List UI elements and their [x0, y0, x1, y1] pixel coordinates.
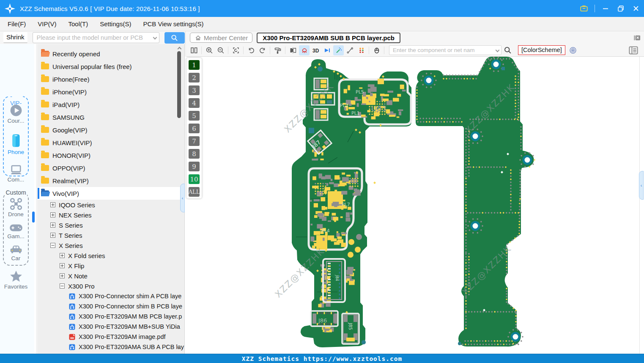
refresh-selection-icon[interactable] — [230, 45, 241, 55]
close-panel-icon[interactable] — [633, 34, 641, 41]
layer-button-9[interactable]: 9 — [189, 162, 200, 171]
tree-folder-row[interactable]: X Note — [38, 271, 184, 281]
sidebar-item-car[interactable]: Car — [3, 244, 29, 261]
menu-tool[interactable]: Tool(T) — [69, 20, 88, 28]
tree-file-row[interactable]: X300 Pro-ET3209AM MB PCB layer.p — [38, 311, 184, 322]
tree-folder-row[interactable]: HUAWEI(VIP) — [38, 136, 184, 149]
restore-icon[interactable] — [616, 4, 625, 13]
tree-folder-row[interactable]: iPad(VIP) — [38, 98, 184, 111]
tree-file-row[interactable]: X300 Pro-ET3209AMA SUB A PCB lay — [38, 342, 184, 352]
shrink-button[interactable]: Shrink — [3, 32, 27, 43]
net-search-input[interactable] — [389, 45, 501, 55]
folder-open-blue-icon — [41, 190, 49, 196]
tree-folder-row[interactable]: Vivo(VIP) — [38, 187, 184, 200]
sidebar-item-course[interactable]: Cour... — [3, 104, 29, 124]
zoom-in-icon[interactable] — [204, 45, 214, 55]
sidebar-item-drone[interactable]: Drone — [3, 198, 29, 217]
model-search-input[interactable] — [33, 32, 159, 43]
right-panel-collapse-handle[interactable]: ‹ — [639, 171, 644, 200]
member-center-button[interactable]: Member Center — [190, 33, 252, 43]
lamp-icon[interactable] — [299, 45, 310, 55]
tree-folder-row[interactable]: iPhone(Free) — [38, 73, 184, 85]
layer-button-1[interactable]: 1 — [189, 60, 200, 70]
paint-roller-icon[interactable] — [272, 45, 283, 55]
split-view-icon[interactable] — [189, 45, 199, 55]
tree-folder-row[interactable]: SAMSUNG — [38, 111, 184, 124]
pcb-canvas[interactable]: XZZ@XZZHK XZZ@XZZHK XZZ@XZZHK XZZ@XZZHK … — [185, 57, 644, 354]
tree-folder-row[interactable]: OPPO(VIP) — [38, 162, 184, 174]
pcb-right-board[interactable] — [416, 57, 535, 346]
collapse-minus-icon[interactable] — [50, 243, 55, 248]
sidebar-item-phone[interactable]: Phone — [3, 134, 29, 155]
layer-button-4[interactable]: 4 — [189, 98, 200, 108]
panel-list-icon[interactable] — [628, 45, 639, 55]
magic-wand-icon[interactable] — [333, 45, 344, 55]
menu-vip[interactable]: VIP(V) — [38, 20, 56, 28]
eye-icon[interactable] — [568, 45, 578, 55]
expand-plus-icon[interactable] — [60, 273, 65, 278]
close-icon[interactable] — [631, 4, 641, 13]
menu-settings[interactable]: Settings(S) — [100, 20, 131, 28]
sidebar-item-computer[interactable]: Com... — [3, 165, 29, 183]
mouse-icon[interactable] — [371, 45, 382, 55]
tree-folder-row[interactable]: X Flip — [38, 261, 184, 271]
expand-plus-icon[interactable] — [50, 202, 55, 207]
rotate-left-icon[interactable] — [246, 45, 256, 55]
tree-folder-row[interactable]: Universal popular files (free) — [38, 60, 184, 73]
tree-item-label: X Series — [59, 242, 83, 249]
color-dots-icon[interactable] — [356, 45, 367, 55]
3d-icon[interactable]: 3D — [310, 45, 321, 55]
minimize-icon[interactable] — [601, 4, 610, 13]
search-button[interactable] — [164, 32, 185, 44]
tree-file-row[interactable]: X300 Pro-ET3209AM MB+SUB YiDia — [38, 322, 184, 332]
expand-plus-icon[interactable] — [50, 233, 55, 238]
expand-plus-icon[interactable] — [60, 263, 65, 268]
tree-folder-row[interactable]: IQOO Series — [38, 200, 184, 210]
briefcase-icon[interactable] — [579, 4, 589, 13]
tree-collapse-handle[interactable]: ‹ — [180, 184, 185, 212]
sidebar-scroll-indicator[interactable] — [32, 212, 35, 223]
folder-icon — [41, 127, 49, 133]
colorscheme-button[interactable]: [ColorScheme] — [518, 45, 565, 55]
tree-scrollbar-thumb[interactable] — [177, 51, 181, 118]
expand-plus-icon[interactable] — [50, 223, 55, 228]
layer-button-3[interactable]: 3 — [189, 85, 200, 95]
tree-folder-row[interactable]: NEX Series — [38, 210, 184, 220]
tree-item-label: Google(VIP) — [52, 126, 88, 134]
menu-file[interactable]: File(F) — [8, 20, 26, 28]
zoom-out-icon[interactable] — [215, 45, 226, 55]
tree-folder-row[interactable]: T Series — [38, 230, 184, 240]
tree-file-row[interactable]: X300 Pro-ET3209AM image.pdf — [38, 332, 184, 342]
tree-folder-row[interactable]: Google(VIP) — [38, 124, 184, 136]
sidebar-item-favorites[interactable]: Favorites — [3, 270, 29, 290]
expand-plus-icon[interactable] — [60, 253, 65, 258]
sidebar-item-game[interactable]: Gam... — [3, 223, 29, 239]
tree-folder-row[interactable]: iPhone(VIP) — [38, 85, 184, 98]
net-search-icon[interactable] — [502, 45, 513, 55]
layer-button-5[interactable]: 5 — [189, 111, 200, 121]
layer-button-all[interactable]: ALL — [189, 187, 200, 197]
tree-file-row[interactable]: X300 Pro-Connector shim A PCB laye — [38, 291, 184, 301]
rotate-right-icon[interactable] — [257, 45, 268, 55]
tree-file-row[interactable]: X300 Pro-Connector shim B PCB laye — [38, 301, 184, 311]
expand-plus-icon[interactable] — [50, 212, 55, 217]
play-next-icon[interactable] — [322, 45, 332, 55]
layer-button-2[interactable]: 2 — [189, 73, 200, 82]
curve-icon[interactable] — [345, 45, 355, 55]
layer-button-6[interactable]: 6 — [189, 124, 200, 133]
layer-button-10[interactable]: 10 — [189, 174, 200, 184]
tree-folder-row[interactable]: X300 Pro — [38, 281, 184, 291]
sidebar-item-label: Cour... — [8, 118, 25, 124]
tree-folder-row[interactable]: X Fold series — [38, 250, 184, 261]
tree-folder-row[interactable]: X Series — [38, 240, 184, 250]
flip-horizontal-icon[interactable] — [288, 45, 298, 55]
tree-folder-row[interactable]: HONOR(VIP) — [38, 149, 184, 162]
menu-pcb-view-settings[interactable]: PCB View settings(S) — [143, 20, 203, 28]
tree-folder-row[interactable]: S Series — [38, 220, 184, 230]
layer-button-8[interactable]: 8 — [189, 149, 200, 159]
tree-folder-row[interactable]: Realme(VIP) — [38, 174, 184, 187]
file-tab-active[interactable]: X300 Pro-ET3209AMB SUB B PCB layer.pcb — [257, 33, 400, 43]
layer-button-7[interactable]: 7 — [189, 136, 200, 146]
tree-folder-row[interactable]: Recently opened — [38, 47, 184, 60]
collapse-minus-icon[interactable] — [60, 283, 65, 289]
